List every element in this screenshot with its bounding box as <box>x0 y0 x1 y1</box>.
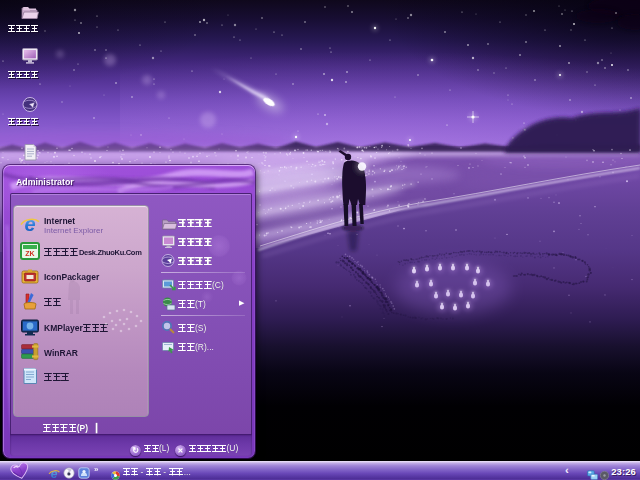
svg-text:e: e <box>51 467 58 479</box>
